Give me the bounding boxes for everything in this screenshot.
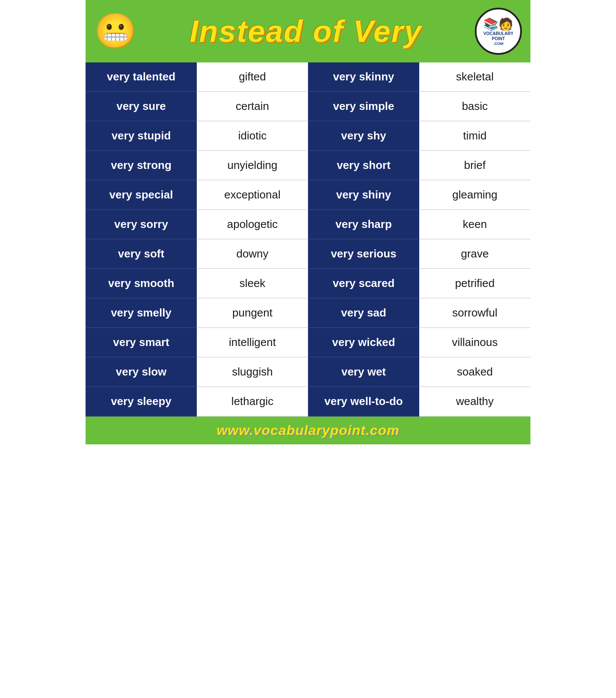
list-item: gleaming [419, 180, 530, 210]
col-very-phrases-1: very talentedvery surevery stupidvery st… [86, 62, 197, 417]
list-item: grave [419, 240, 530, 269]
list-item: intelligent [197, 328, 308, 358]
list-item: very skinny [308, 62, 419, 92]
list-item: very smooth [86, 269, 197, 299]
list-item: very sure [86, 92, 197, 121]
list-item: sleek [197, 269, 308, 299]
col-very-phrases-2: very skinnyvery simplevery shyvery short… [308, 62, 419, 417]
logo-line3: .COM [493, 41, 503, 46]
list-item: idiotic [197, 121, 308, 151]
list-item: very strong [86, 151, 197, 180]
list-item: soaked [419, 358, 530, 387]
list-item: very sharp [308, 210, 419, 240]
list-item: gifted [197, 62, 308, 92]
list-item: very shiny [308, 180, 419, 210]
list-item: downy [197, 240, 308, 269]
list-item: very slow [86, 358, 197, 387]
list-item: very stupid [86, 121, 197, 151]
header: 😬 Instead of Very 📚🧑 VOCABULARY POINT .C… [86, 0, 530, 62]
list-item: exceptional [197, 180, 308, 210]
list-item: very simple [308, 92, 419, 121]
vocabulary-grid: very talentedvery surevery stupidvery st… [86, 62, 530, 417]
list-item: very well-to-do [308, 387, 419, 417]
list-item: very talented [86, 62, 197, 92]
list-item: lethargic [197, 387, 308, 417]
list-item: very smart [86, 328, 197, 358]
list-item: apologetic [197, 210, 308, 240]
col-replacements-1: giftedcertainidioticunyieldingexceptiona… [197, 62, 308, 417]
logo-line2: POINT [492, 36, 505, 41]
logo-line1: VOCABULARY [483, 31, 513, 36]
col-replacements-2: skeletalbasictimidbriefgleamingkeengrave… [419, 62, 530, 417]
list-item: keen [419, 210, 530, 240]
list-item: very smelly [86, 299, 197, 328]
list-item: very wet [308, 358, 419, 387]
list-item: brief [419, 151, 530, 180]
list-item: very soft [86, 240, 197, 269]
footer: www.vocabularypoint.com [86, 417, 530, 444]
list-item: unyielding [197, 151, 308, 180]
list-item: skeletal [419, 62, 530, 92]
list-item: very sorry [86, 210, 197, 240]
list-item: timid [419, 121, 530, 151]
list-item: very wicked [308, 328, 419, 358]
list-item: petrified [419, 269, 530, 299]
list-item: very serious [308, 240, 419, 269]
list-item: basic [419, 92, 530, 121]
logo-icon: 📚🧑 [483, 17, 513, 31]
list-item: villainous [419, 328, 530, 358]
list-item: very short [308, 151, 419, 180]
list-item: very scared [308, 269, 419, 299]
list-item: very sad [308, 299, 419, 328]
logo: 📚🧑 VOCABULARY POINT .COM [475, 8, 522, 55]
page-title: Instead of Very [137, 14, 475, 49]
list-item: very special [86, 180, 197, 210]
list-item: sorrowful [419, 299, 530, 328]
list-item: wealthy [419, 387, 530, 417]
list-item: certain [197, 92, 308, 121]
footer-url: www.vocabularypoint.com [94, 423, 522, 438]
emoji-icon: 😬 [94, 14, 137, 48]
list-item: very shy [308, 121, 419, 151]
list-item: pungent [197, 299, 308, 328]
list-item: very sleepy [86, 387, 197, 417]
list-item: sluggish [197, 358, 308, 387]
